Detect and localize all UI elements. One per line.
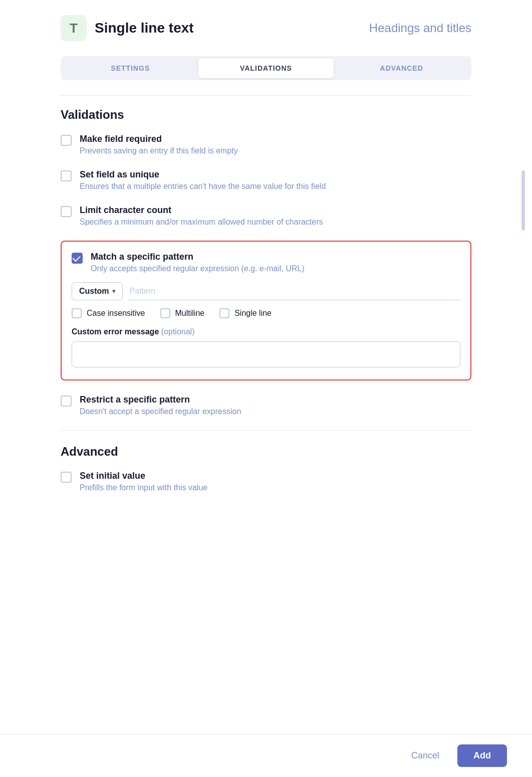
- tab-settings[interactable]: SETTINGS: [63, 58, 198, 78]
- field-type-icon: T: [61, 15, 87, 41]
- set-initial-content: Set initial value Prefills the form inpu…: [80, 471, 471, 492]
- match-pattern-label: Match a specific pattern: [91, 252, 460, 262]
- multiline-checkbox[interactable]: [160, 308, 170, 318]
- set-unique-content: Set field as unique Ensures that a multi…: [80, 169, 471, 191]
- pattern-options-row: Case insensitive Multiline Single line: [72, 308, 460, 318]
- set-initial-label: Set initial value: [80, 471, 471, 481]
- limit-chars-desc: Specifies a minimum and/or maximum allow…: [80, 218, 471, 227]
- case-insensitive-checkbox[interactable]: [72, 308, 82, 318]
- pattern-input[interactable]: [128, 283, 460, 300]
- header-divider: [61, 95, 471, 96]
- section-divider: [61, 430, 471, 431]
- tab-advanced[interactable]: ADVANCED: [334, 58, 469, 78]
- single-line-pair: Single line: [219, 308, 272, 318]
- header-category: Headings and titles: [369, 21, 471, 35]
- limit-chars-label: Limit character count: [80, 205, 471, 216]
- make-required-desc: Prevents saving an entry if this field i…: [80, 146, 471, 155]
- make-required-item: Make field required Prevents saving an e…: [61, 134, 471, 155]
- restrict-pattern-content: Restrict a specific pattern Doesn't acce…: [80, 395, 471, 416]
- pattern-type-dropdown[interactable]: Custom ▾: [72, 282, 123, 300]
- match-pattern-desc: Only accepts specified regular expressio…: [91, 264, 460, 273]
- single-line-label: Single line: [234, 309, 272, 318]
- set-unique-item: Set field as unique Ensures that a multi…: [61, 169, 471, 191]
- pattern-row: Custom ▾: [72, 282, 460, 300]
- match-pattern-content: Match a specific pattern Only accepts sp…: [91, 252, 460, 273]
- make-required-content: Make field required Prevents saving an e…: [80, 134, 471, 155]
- header-left: T Single line text: [61, 15, 194, 41]
- footer: Cancel Add: [0, 734, 532, 777]
- case-insensitive-pair: Case insensitive: [72, 308, 145, 318]
- make-required-label: Make field required: [80, 134, 471, 144]
- tab-bar: SETTINGS VALIDATIONS ADVANCED: [61, 56, 471, 80]
- page-header: T Single line text Headings and titles: [61, 15, 471, 41]
- chevron-down-icon: ▾: [112, 288, 115, 295]
- advanced-section: Advanced Set initial value Prefills the …: [61, 445, 471, 492]
- scrollbar[interactable]: [521, 170, 525, 231]
- limit-chars-checkbox[interactable]: [61, 206, 72, 217]
- single-line-checkbox[interactable]: [219, 308, 229, 318]
- set-unique-desc: Ensures that a multiple entries can't ha…: [80, 182, 471, 191]
- match-pattern-box: Match a specific pattern Only accepts sp…: [61, 241, 471, 380]
- case-insensitive-label: Case insensitive: [87, 309, 145, 318]
- set-unique-checkbox[interactable]: [61, 170, 72, 181]
- match-pattern-checkbox[interactable]: [72, 253, 83, 264]
- make-required-checkbox[interactable]: [61, 135, 72, 146]
- set-initial-checkbox[interactable]: [61, 472, 72, 483]
- restrict-pattern-item: Restrict a specific pattern Doesn't acce…: [61, 395, 471, 416]
- set-initial-item: Set initial value Prefills the form inpu…: [61, 471, 471, 492]
- set-initial-desc: Prefills the form input with this value: [80, 483, 471, 492]
- restrict-pattern-checkbox[interactable]: [61, 396, 72, 407]
- limit-chars-item: Limit character count Specifies a minimu…: [61, 205, 471, 227]
- cancel-button[interactable]: Cancel: [401, 745, 449, 766]
- validations-section: Validations Make field required Prevents…: [61, 108, 471, 416]
- match-pattern-header: Match a specific pattern Only accepts sp…: [72, 252, 460, 273]
- validations-title: Validations: [61, 108, 471, 122]
- pattern-type-label: Custom: [79, 287, 109, 296]
- set-unique-label: Set field as unique: [80, 169, 471, 180]
- error-message-label: Custom error message (optional): [72, 327, 460, 336]
- error-message-input[interactable]: [72, 341, 460, 367]
- restrict-pattern-desc: Doesn't accept a specified regular expre…: [80, 407, 471, 416]
- add-button[interactable]: Add: [457, 744, 507, 767]
- multiline-label: Multiline: [175, 309, 205, 318]
- tab-validations[interactable]: VALIDATIONS: [198, 58, 334, 78]
- page-title: Single line text: [95, 20, 194, 36]
- advanced-title: Advanced: [61, 445, 471, 459]
- limit-chars-content: Limit character count Specifies a minimu…: [80, 205, 471, 227]
- multiline-pair: Multiline: [160, 308, 205, 318]
- restrict-pattern-label: Restrict a specific pattern: [80, 395, 471, 405]
